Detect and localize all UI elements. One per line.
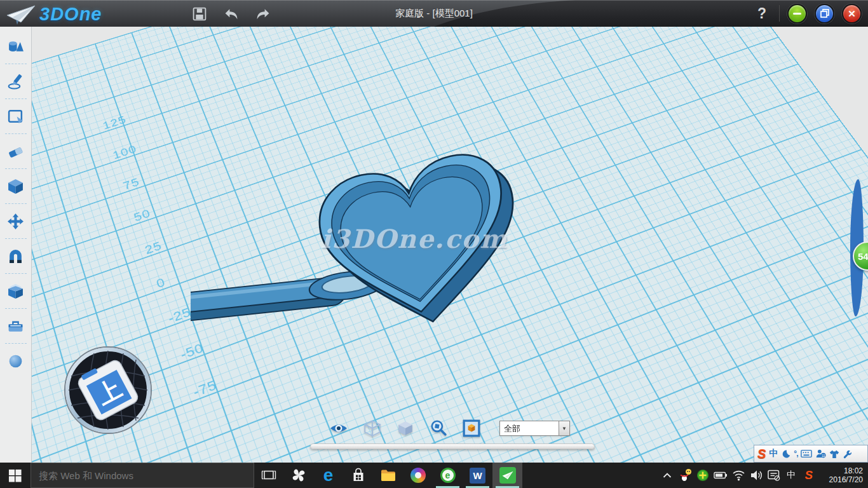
3done-app-icon xyxy=(499,467,516,484)
toolbox-icon xyxy=(7,318,24,335)
edge-browser-icon: e xyxy=(323,466,334,484)
grid-axis-label-left: 50 xyxy=(132,207,153,224)
chinese-mode-toggle[interactable]: 中 xyxy=(769,448,778,459)
titlebar-divider xyxy=(779,5,780,22)
sogou-ime-bar: S 中 °, 11 xyxy=(754,445,868,463)
wireframe-cube-icon xyxy=(363,419,381,437)
undo-button[interactable] xyxy=(222,5,240,23)
ime-notify-icon xyxy=(767,469,781,482)
start-button[interactable] xyxy=(0,463,31,488)
fullwidth-moon-icon[interactable] xyxy=(781,449,790,459)
pinwheel-app-icon xyxy=(291,468,306,483)
help-button[interactable]: ? xyxy=(752,5,771,22)
close-icon: ✕ xyxy=(848,9,856,18)
titlebar-swoosh xyxy=(0,0,868,27)
sidebar-separator xyxy=(5,64,27,64)
taskbar-app-pinwheel[interactable] xyxy=(283,463,313,488)
taskbar-app-3done[interactable] xyxy=(492,463,522,488)
sidebar-separator xyxy=(5,98,27,99)
material-sphere-button[interactable] xyxy=(1,345,31,377)
fit-view-icon xyxy=(463,419,480,437)
task-view-button[interactable] xyxy=(254,463,283,488)
tray-expand-button[interactable] xyxy=(658,463,676,488)
360-browser-ball-icon xyxy=(410,468,426,483)
sketch-draw-button[interactable] xyxy=(1,65,31,97)
shaded-cube-icon xyxy=(397,419,414,437)
tray-battery[interactable] xyxy=(712,463,729,488)
tray-qq[interactable] xyxy=(676,463,694,488)
feature-cube-button[interactable] xyxy=(1,170,31,202)
sogou-logo-icon[interactable]: S xyxy=(757,447,766,461)
eye-icon xyxy=(329,421,348,435)
toolbox-button[interactable] xyxy=(1,310,31,342)
model-handle-top xyxy=(191,276,346,318)
soft-keyboard-icon[interactable] xyxy=(801,449,812,458)
clock-date: 2016/7/20 xyxy=(829,475,863,484)
chevron-down-icon[interactable]: ▼ xyxy=(559,421,569,435)
grid-axis-label-left: 0 xyxy=(154,275,167,292)
tray-antivirus[interactable] xyxy=(694,463,712,488)
tray-ime-notify[interactable] xyxy=(765,463,783,488)
sogou-tray-icon[interactable]: S xyxy=(799,463,818,488)
minimize-button[interactable] xyxy=(787,4,807,24)
display-filter-value: 全部 xyxy=(500,421,559,435)
redo-icon xyxy=(255,6,271,22)
battery-icon xyxy=(714,469,728,482)
skin-shirt-icon[interactable] xyxy=(829,449,839,459)
grid-plane: 1251007550250-25-50-750255075100125 xyxy=(32,27,868,463)
open-box-icon xyxy=(7,283,24,300)
save-icon xyxy=(192,6,207,22)
taskbar-app-word[interactable]: W xyxy=(463,463,492,488)
windows-taskbar: e e W xyxy=(0,463,868,488)
primitive-solids-button[interactable] xyxy=(1,30,31,62)
user-account-icon[interactable]: 11 xyxy=(815,449,826,459)
restore-button[interactable] xyxy=(815,4,834,24)
magnet-snap-button[interactable] xyxy=(1,240,31,272)
search-input[interactable] xyxy=(39,470,254,481)
view-slider-bar[interactable] xyxy=(310,444,595,449)
viewport-canvas[interactable]: 1251007550250-25-50-750255075100125 xyxy=(32,27,868,463)
redo-button[interactable] xyxy=(254,5,272,23)
language-indicator[interactable]: 中 xyxy=(783,463,799,488)
zoom-magnifier-icon xyxy=(430,419,447,437)
taskbar-app-green-browser[interactable]: e xyxy=(433,463,463,488)
zoom-view-button[interactable] xyxy=(430,419,447,437)
taskbar-search[interactable] xyxy=(31,463,254,488)
green-e-browser-icon: e xyxy=(440,468,456,483)
view-toolbar: 全部 ▼ xyxy=(329,419,570,437)
close-button[interactable]: ✕ xyxy=(842,4,862,24)
grid-axis-label-left: 100 xyxy=(111,142,139,162)
shaded-display-button[interactable] xyxy=(397,419,414,437)
taskbar-app-edge[interactable]: e xyxy=(313,463,343,488)
visibility-eye-button[interactable] xyxy=(329,421,348,435)
windows-logo-icon xyxy=(8,468,22,482)
sidebar-separator xyxy=(5,203,27,204)
display-filter-select[interactable]: 全部 ▼ xyxy=(499,421,570,436)
sidebar-separator xyxy=(5,133,27,134)
sketch-rectangle-button[interactable] xyxy=(1,100,31,132)
tray-volume[interactable] xyxy=(747,463,765,488)
file-explorer-icon xyxy=(380,468,397,482)
taskbar-app-store[interactable] xyxy=(343,463,373,488)
grid-axis-label-left: -75 xyxy=(191,377,219,401)
view-cube[interactable]: 上 xyxy=(61,343,155,437)
eraser-deform-button[interactable] xyxy=(1,135,31,167)
3done-app-screen: 3DOne 家庭版 - [模型001] xyxy=(0,0,868,488)
punctuation-mode-toggle[interactable]: °, xyxy=(794,449,797,458)
move-transform-button[interactable] xyxy=(1,205,31,237)
move-arrows-icon xyxy=(7,213,24,230)
fit-view-button[interactable] xyxy=(463,419,480,437)
taskbar-clock[interactable]: 18:02 2016/7/20 xyxy=(818,463,868,488)
taskbar-app-360browser[interactable] xyxy=(403,463,433,488)
settings-wrench-icon[interactable] xyxy=(843,449,852,459)
taskbar-app-explorer[interactable] xyxy=(373,463,403,488)
tray-wifi[interactable] xyxy=(729,463,747,488)
system-tray: 中 S 18:02 2016/7/20 xyxy=(658,463,868,488)
primitive-solids-icon xyxy=(7,38,24,55)
grid-axis-label-left: -50 xyxy=(179,340,206,363)
wireframe-display-button[interactable] xyxy=(363,419,381,437)
save-button[interactable] xyxy=(191,5,208,23)
open-box-combine-button[interactable] xyxy=(1,275,31,307)
model-handle-ring-hole xyxy=(322,274,372,295)
heart-model[interactable] xyxy=(191,103,597,383)
